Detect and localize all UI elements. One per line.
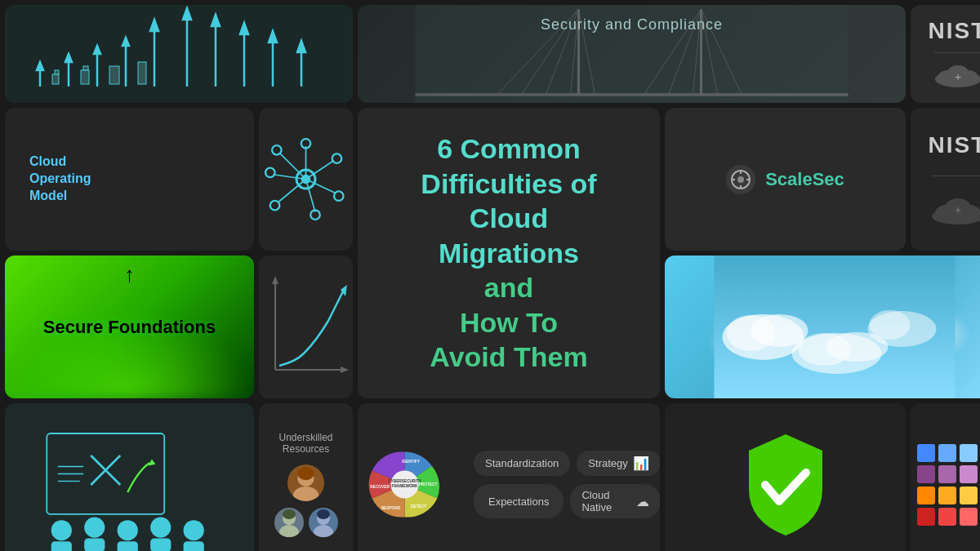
svg-rect-98 (51, 541, 72, 551)
color-swatch (938, 508, 956, 526)
svg-point-97 (51, 520, 72, 540)
cybersecurity-framework-wheel: CYBERSECURITY FRAMEWORK IDENTIFY PROTECT… (366, 446, 443, 523)
shield-panel (665, 403, 906, 551)
tags-panel: CYBERSECURITY FRAMEWORK IDENTIFY PROTECT… (358, 403, 660, 551)
security-label: Security and Compliance (541, 11, 723, 33)
nist-cloud-panel: NIST + (911, 108, 980, 251)
color-swatch (960, 444, 978, 462)
color-swatch (938, 487, 956, 504)
divider (932, 176, 981, 176)
svg-rect-106 (184, 541, 204, 551)
network-graph (259, 108, 353, 251)
strategy-tag: Strategy 📊 (577, 451, 660, 476)
security-panel: Security and Compliance (358, 5, 906, 103)
expectations-tag: Expectations (474, 484, 564, 518)
sky-illustration (665, 256, 980, 398)
cloud-native-tag: Cloud Native ☁ (570, 484, 660, 518)
colors-panel (911, 403, 980, 551)
shield-icon (737, 428, 835, 542)
people-panel (5, 403, 254, 551)
cloud-model-text: CloudOperatingModel (29, 153, 91, 204)
svg-point-99 (84, 518, 105, 538)
arrows-panel (5, 5, 353, 103)
color-swatch (960, 508, 978, 526)
color-swatch (960, 465, 978, 483)
svg-point-103 (150, 518, 171, 538)
svg-text:DETECT: DETECT (411, 504, 426, 509)
nist-label-2: NIST (929, 132, 980, 158)
color-swatch (917, 487, 935, 504)
secure-foundations-text: Secure Foundations (43, 317, 216, 338)
svg-rect-100 (84, 539, 105, 551)
cloud-model-panel: CloudOperatingModel (5, 108, 254, 251)
svg-text:+: + (954, 70, 960, 83)
svg-text:PROTECT: PROTECT (419, 482, 438, 487)
color-grid (917, 444, 981, 526)
svg-text:RECOVER: RECOVER (370, 485, 390, 489)
sky-panel (665, 256, 980, 398)
tags-row-2: Expectations Cloud Native ☁ (474, 484, 660, 518)
scalesec-icon (726, 165, 755, 194)
svg-rect-102 (118, 541, 138, 551)
color-swatch (917, 465, 935, 483)
strategy-icon: 📊 (633, 455, 649, 471)
svg-point-114 (314, 525, 333, 537)
nist-divider (934, 52, 980, 53)
svg-point-115 (317, 509, 330, 519)
svg-point-88 (870, 310, 911, 340)
svg-rect-23 (81, 70, 89, 84)
svg-rect-0 (7, 5, 350, 103)
avatar-2 (274, 508, 304, 537)
avatar-1 (287, 464, 324, 501)
scalesec-panel: ScaleSec (665, 108, 906, 251)
underskilled-label: UnderskilledResources (278, 432, 332, 455)
svg-rect-74 (259, 256, 353, 398)
svg-rect-22 (55, 70, 59, 74)
svg-text:FRAMEWORK: FRAMEWORK (392, 484, 418, 488)
svg-text:RESPOND: RESPOND (381, 506, 401, 510)
svg-point-108 (293, 487, 319, 501)
svg-point-101 (118, 520, 138, 540)
color-swatch (917, 508, 935, 526)
chart-panel (259, 256, 353, 398)
svg-text:+: + (954, 203, 960, 216)
svg-rect-104 (150, 539, 171, 551)
svg-point-64 (737, 176, 744, 183)
cloud-icon-2: + (925, 193, 981, 226)
secure-foundations-panel: ↑ Secure Foundations (5, 256, 254, 398)
people-illustration (13, 411, 246, 551)
svg-point-105 (184, 520, 204, 540)
svg-point-111 (279, 525, 299, 537)
svg-rect-24 (83, 66, 88, 70)
underskilled-panel: UnderskilledResources (259, 403, 353, 551)
standardization-tag: Standardization (474, 451, 570, 476)
scalesec-text: ScaleSec (765, 169, 844, 190)
svg-text:IDENTIFY: IDENTIFY (402, 460, 420, 464)
nist-panel: NIST + (911, 5, 980, 103)
avatar-3 (309, 508, 338, 537)
cloud-icon-tag: ☁ (636, 494, 649, 509)
growth-chart (259, 256, 353, 398)
color-swatch (960, 487, 978, 504)
main-title-text: 6 Common Difficulties of Cloud Migration… (421, 131, 596, 375)
cloud-icon: + (929, 61, 981, 90)
nist-logo: NIST (929, 18, 980, 44)
color-swatch (938, 465, 956, 483)
network-panel (259, 108, 353, 251)
svg-rect-21 (52, 74, 59, 84)
svg-rect-26 (138, 62, 146, 84)
svg-point-109 (297, 467, 314, 480)
tags-row-1: Standardization Strategy 📊 (474, 451, 660, 476)
svg-rect-25 (109, 66, 119, 84)
main-title-panel: 6 Common Difficulties of Cloud Migration… (358, 108, 660, 398)
color-swatch (917, 444, 935, 462)
arrow-up-icon: ↑ (124, 262, 135, 287)
svg-text:CYBERSECURITY: CYBERSECURITY (388, 479, 421, 483)
svg-point-112 (283, 509, 296, 519)
color-swatch (938, 444, 956, 462)
